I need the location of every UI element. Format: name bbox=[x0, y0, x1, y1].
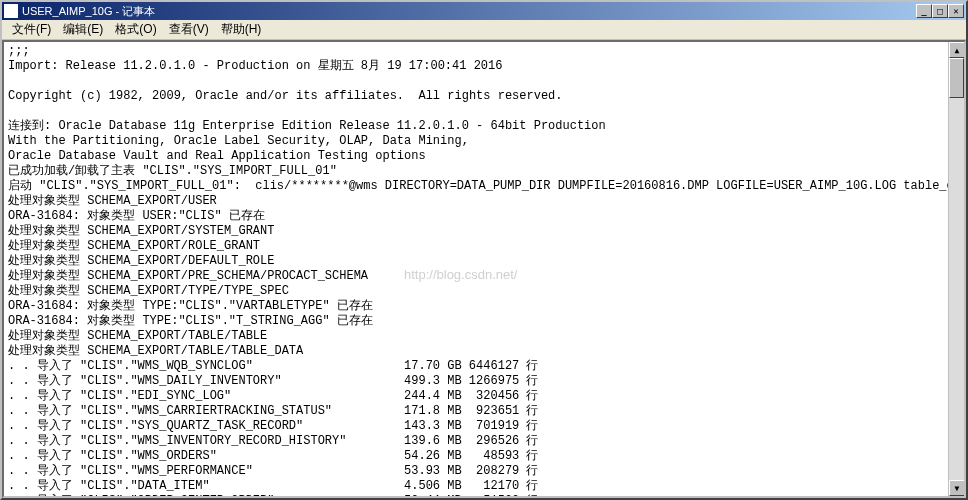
notepad-window: USER_AIMP_10G - 记事本 _ □ ✕ 文件(F) 编辑(E) 格式… bbox=[0, 0, 968, 500]
minimize-button[interactable]: _ bbox=[916, 4, 932, 18]
watermark-text: http://blog.csdn.net/ bbox=[404, 267, 517, 282]
scroll-up-button[interactable]: ▲ bbox=[949, 42, 965, 58]
app-icon bbox=[4, 4, 18, 18]
scroll-thumb[interactable] bbox=[949, 58, 964, 98]
menu-help[interactable]: 帮助(H) bbox=[215, 19, 268, 40]
vertical-scrollbar[interactable]: ▲ ▼ bbox=[948, 42, 964, 496]
menu-view[interactable]: 查看(V) bbox=[163, 19, 215, 40]
window-title: USER_AIMP_10G - 记事本 bbox=[22, 4, 916, 19]
titlebar[interactable]: USER_AIMP_10G - 记事本 _ □ ✕ bbox=[2, 2, 966, 20]
menu-file[interactable]: 文件(F) bbox=[6, 19, 57, 40]
text-content[interactable]: ;;; Import: Release 11.2.0.1.0 - Product… bbox=[4, 42, 948, 496]
scroll-down-button[interactable]: ▼ bbox=[949, 480, 965, 496]
window-controls: _ □ ✕ bbox=[916, 4, 964, 18]
menubar: 文件(F) 编辑(E) 格式(O) 查看(V) 帮助(H) bbox=[2, 20, 966, 40]
maximize-button[interactable]: □ bbox=[932, 4, 948, 18]
close-button[interactable]: ✕ bbox=[948, 4, 964, 18]
scroll-track[interactable] bbox=[949, 98, 964, 480]
editor-area: ;;; Import: Release 11.2.0.1.0 - Product… bbox=[2, 40, 966, 498]
menu-format[interactable]: 格式(O) bbox=[109, 19, 162, 40]
menu-edit[interactable]: 编辑(E) bbox=[57, 19, 109, 40]
